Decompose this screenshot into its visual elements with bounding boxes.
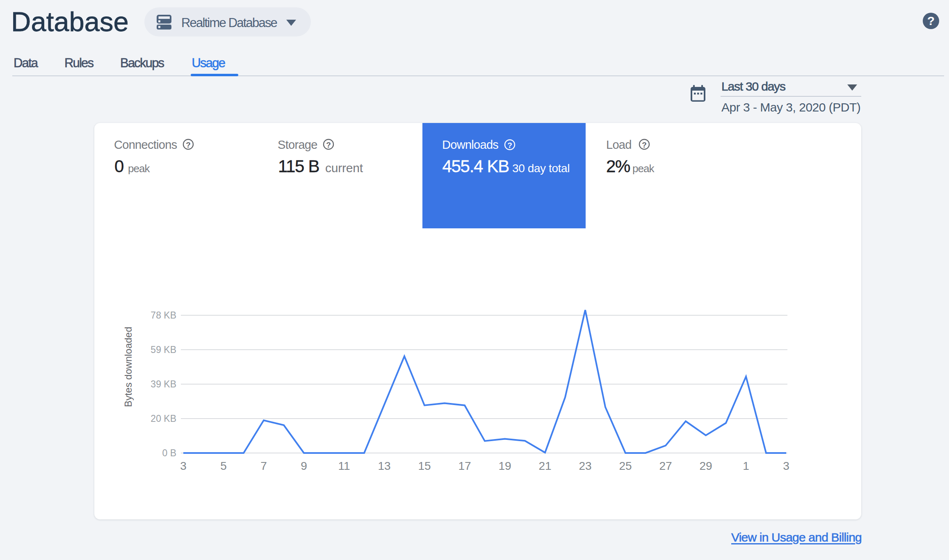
svg-text:9: 9 (301, 460, 307, 472)
svg-text:27: 27 (659, 460, 672, 472)
svg-text:5: 5 (220, 460, 227, 472)
svg-text:15: 15 (418, 460, 431, 472)
svg-text:59 KB: 59 KB (151, 344, 176, 355)
svg-text:Bytes downloaded: Bytes downloaded (123, 327, 134, 407)
svg-text:7: 7 (260, 460, 267, 472)
svg-text:1: 1 (743, 460, 749, 472)
svg-text:20 KB: 20 KB (151, 413, 176, 424)
svg-text:0 B: 0 B (162, 448, 176, 458)
svg-text:11: 11 (338, 460, 350, 472)
svg-text:21: 21 (538, 460, 551, 472)
svg-text:25: 25 (619, 460, 632, 472)
svg-text:3: 3 (180, 460, 187, 472)
svg-text:23: 23 (579, 460, 591, 472)
svg-text:19: 19 (498, 460, 511, 472)
svg-text:39 KB: 39 KB (151, 379, 176, 389)
svg-text:17: 17 (458, 460, 471, 472)
svg-text:78 KB: 78 KB (151, 310, 176, 321)
svg-text:13: 13 (378, 460, 390, 472)
svg-text:3: 3 (783, 460, 789, 472)
svg-text:29: 29 (699, 460, 712, 472)
